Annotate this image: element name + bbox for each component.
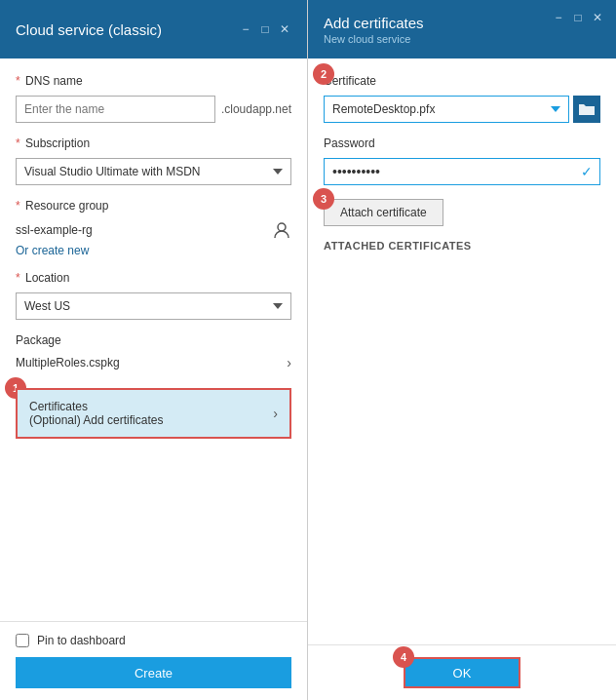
left-minimize-btn[interactable]: − bbox=[239, 23, 252, 35]
left-content: * DNS name .cloudapp.net * Subscription … bbox=[0, 58, 307, 621]
package-chevron-icon: › bbox=[287, 355, 291, 370]
subscription-label: * Subscription bbox=[16, 136, 291, 150]
dns-required-star: * bbox=[16, 74, 20, 88]
package-label: Package bbox=[16, 333, 291, 347]
cert-subtitle: (Optional) Add certificates bbox=[29, 413, 163, 427]
loc-required-star: * bbox=[16, 271, 20, 285]
location-label: * Location bbox=[16, 271, 291, 285]
create-button[interactable]: Create bbox=[16, 657, 291, 688]
step-badge-4: 4 bbox=[393, 646, 414, 668]
cert-field-label: Certificate bbox=[324, 74, 600, 88]
person-icon[interactable] bbox=[272, 220, 291, 240]
folder-button[interactable] bbox=[573, 96, 600, 123]
right-close-btn[interactable]: ✕ bbox=[591, 12, 604, 23]
dns-suffix: .cloudapp.net bbox=[215, 102, 291, 116]
left-window-controls: − □ ✕ bbox=[239, 23, 291, 35]
sub-required-star: * bbox=[16, 136, 20, 150]
svg-point-0 bbox=[278, 223, 286, 231]
cert-select[interactable]: RemoteDesktop.pfx bbox=[324, 96, 569, 123]
password-label: Password bbox=[324, 136, 600, 150]
resource-group-value: ssl-example-rg bbox=[16, 223, 93, 237]
dns-label: * DNS name bbox=[16, 74, 291, 88]
pin-label: Pin to dashboard bbox=[37, 634, 126, 647]
ok-button[interactable]: OK bbox=[404, 657, 520, 688]
password-input[interactable] bbox=[324, 158, 600, 185]
subscription-select-wrapper: Visual Studio Ultimate with MSDN bbox=[16, 158, 291, 185]
dns-input[interactable] bbox=[16, 96, 215, 123]
password-wrapper: ✓ bbox=[324, 158, 600, 185]
subscription-select[interactable]: Visual Studio Ultimate with MSDN bbox=[16, 158, 291, 185]
cert-section-text: Certificates (Optional) Add certificates bbox=[29, 400, 163, 427]
ok-btn-wrapper: 4 OK bbox=[404, 657, 520, 688]
password-field-group: Password ✓ bbox=[324, 136, 600, 185]
left-panel: Cloud service (classic) − □ ✕ * DNS name… bbox=[0, 0, 308, 700]
step-badge-2: 2 bbox=[313, 63, 334, 85]
right-maximize-btn[interactable]: □ bbox=[571, 12, 585, 23]
dns-field-group: * DNS name .cloudapp.net bbox=[16, 74, 291, 123]
resource-group-row: ssl-example-rg bbox=[16, 220, 291, 240]
right-minimize-btn[interactable]: − bbox=[552, 12, 565, 23]
left-header: Cloud service (classic) − □ ✕ bbox=[0, 0, 307, 58]
right-footer: 4 OK bbox=[308, 644, 616, 700]
certificates-section-wrapper: 1 Certificates (Optional) Add certificat… bbox=[16, 388, 291, 439]
attach-certificate-button[interactable]: Attach certificate bbox=[324, 199, 443, 226]
attach-section: Attach certificate ATTACHED CERTIFICATES bbox=[324, 199, 600, 252]
cert-dropdown-row: RemoteDesktop.pfx bbox=[324, 96, 600, 123]
step-badge-3: 3 bbox=[313, 188, 334, 210]
right-content: 2 Certificate RemoteDesktop.pfx bbox=[308, 58, 616, 644]
certificates-section[interactable]: Certificates (Optional) Add certificates… bbox=[16, 388, 291, 439]
attached-certificates-label: ATTACHED CERTIFICATES bbox=[324, 240, 600, 252]
package-row[interactable]: MultipleRoles.cspkg › bbox=[16, 355, 291, 370]
attach-section-wrapper: 3 Attach certificate ATTACHED CERTIFICAT… bbox=[324, 199, 600, 252]
cert-field-group: Certificate RemoteDesktop.pfx bbox=[324, 74, 600, 123]
left-maximize-btn[interactable]: □ bbox=[258, 23, 272, 35]
cert-chevron-icon: › bbox=[273, 406, 278, 421]
subscription-field-group: * Subscription Visual Studio Ultimate wi… bbox=[16, 136, 291, 185]
rg-required-star: * bbox=[16, 199, 20, 213]
pin-checkbox[interactable] bbox=[16, 634, 29, 647]
resource-group-label: * Resource group bbox=[16, 199, 291, 213]
cert-title: Certificates bbox=[29, 400, 163, 413]
location-select-wrapper: West US bbox=[16, 292, 291, 320]
right-window-controls: − □ ✕ bbox=[552, 12, 604, 23]
dns-input-row: .cloudapp.net bbox=[16, 96, 291, 123]
left-footer: Pin to dashboard Create bbox=[0, 621, 307, 700]
cert-field-section-wrapper: 2 Certificate RemoteDesktop.pfx bbox=[324, 74, 600, 123]
left-close-btn[interactable]: ✕ bbox=[278, 23, 291, 35]
pin-row: Pin to dashboard bbox=[16, 634, 291, 647]
package-field-group: Package MultipleRoles.cspkg › bbox=[16, 333, 291, 370]
right-header: Add certificates New cloud service − □ ✕ bbox=[308, 0, 616, 58]
or-create-new-link[interactable]: Or create new bbox=[16, 244, 291, 257]
folder-icon bbox=[579, 102, 595, 116]
right-panel: Add certificates New cloud service − □ ✕… bbox=[308, 0, 616, 700]
package-value: MultipleRoles.cspkg bbox=[16, 356, 120, 369]
right-panel-subtitle: New cloud service bbox=[324, 33, 600, 45]
location-select[interactable]: West US bbox=[16, 292, 291, 320]
location-field-group: * Location West US bbox=[16, 271, 291, 320]
password-check-icon: ✓ bbox=[581, 164, 593, 179]
resource-group-field-group: * Resource group ssl-example-rg Or creat… bbox=[16, 199, 291, 257]
left-panel-title: Cloud service (classic) bbox=[16, 21, 162, 38]
